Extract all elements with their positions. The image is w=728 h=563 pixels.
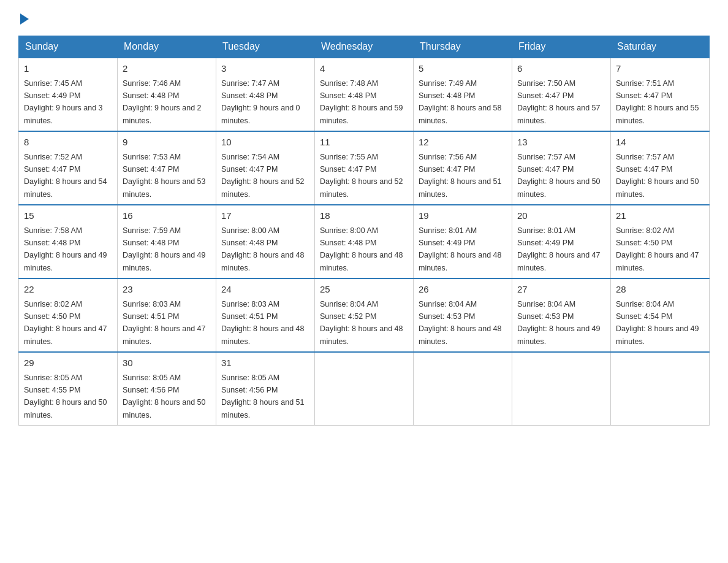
calendar-week-3: 15Sunrise: 7:58 AMSunset: 4:48 PMDayligh… bbox=[19, 205, 710, 278]
calendar-cell: 11Sunrise: 7:55 AMSunset: 4:47 PMDayligh… bbox=[315, 131, 414, 205]
day-number: 11 bbox=[320, 136, 408, 150]
day-number: 5 bbox=[419, 62, 507, 76]
calendar-week-4: 22Sunrise: 8:02 AMSunset: 4:50 PMDayligh… bbox=[19, 278, 710, 352]
day-number: 2 bbox=[123, 62, 211, 76]
calendar-cell: 29Sunrise: 8:05 AMSunset: 4:55 PMDayligh… bbox=[19, 352, 118, 426]
day-number: 31 bbox=[221, 356, 309, 370]
day-info: Sunrise: 7:57 AMSunset: 4:47 PMDaylight:… bbox=[517, 153, 601, 199]
day-number: 15 bbox=[24, 209, 112, 223]
day-number: 28 bbox=[616, 283, 704, 297]
day-number: 12 bbox=[419, 136, 507, 150]
calendar-table: SundayMondayTuesdayWednesdayThursdayFrid… bbox=[18, 36, 710, 426]
day-info: Sunrise: 8:04 AMSunset: 4:52 PMDaylight:… bbox=[320, 300, 403, 346]
day-info: Sunrise: 8:02 AMSunset: 4:50 PMDaylight:… bbox=[616, 226, 699, 272]
day-info: Sunrise: 8:01 AMSunset: 4:49 PMDaylight:… bbox=[517, 226, 601, 272]
calendar-week-2: 8Sunrise: 7:52 AMSunset: 4:47 PMDaylight… bbox=[19, 131, 710, 205]
day-number: 18 bbox=[320, 209, 408, 223]
calendar-cell: 9Sunrise: 7:53 AMSunset: 4:47 PMDaylight… bbox=[118, 131, 216, 205]
calendar-body: 1Sunrise: 7:45 AMSunset: 4:49 PMDaylight… bbox=[19, 58, 710, 426]
calendar-cell: 28Sunrise: 8:04 AMSunset: 4:54 PMDayligh… bbox=[611, 278, 710, 352]
day-number: 25 bbox=[320, 283, 408, 297]
calendar-cell: 21Sunrise: 8:02 AMSunset: 4:50 PMDayligh… bbox=[611, 205, 710, 278]
day-number: 23 bbox=[123, 283, 211, 297]
day-number: 29 bbox=[24, 356, 112, 370]
day-info: Sunrise: 8:00 AMSunset: 4:48 PMDaylight:… bbox=[221, 226, 305, 272]
day-info: Sunrise: 7:54 AMSunset: 4:47 PMDaylight:… bbox=[221, 153, 305, 199]
calendar-week-1: 1Sunrise: 7:45 AMSunset: 4:49 PMDaylight… bbox=[19, 58, 710, 131]
calendar-cell: 18Sunrise: 8:00 AMSunset: 4:48 PMDayligh… bbox=[315, 205, 414, 278]
calendar-cell: 1Sunrise: 7:45 AMSunset: 4:49 PMDaylight… bbox=[19, 58, 118, 131]
day-info: Sunrise: 8:04 AMSunset: 4:53 PMDaylight:… bbox=[517, 300, 601, 346]
day-number: 9 bbox=[123, 136, 211, 150]
day-number: 10 bbox=[221, 136, 309, 150]
calendar-cell: 22Sunrise: 8:02 AMSunset: 4:50 PMDayligh… bbox=[19, 278, 118, 352]
calendar-cell: 5Sunrise: 7:49 AMSunset: 4:48 PMDaylight… bbox=[414, 58, 512, 131]
day-number: 16 bbox=[123, 209, 211, 223]
calendar-cell: 15Sunrise: 7:58 AMSunset: 4:48 PMDayligh… bbox=[19, 205, 118, 278]
day-number: 17 bbox=[221, 209, 309, 223]
day-info: Sunrise: 7:49 AMSunset: 4:48 PMDaylight:… bbox=[419, 79, 502, 125]
day-info: Sunrise: 8:00 AMSunset: 4:48 PMDaylight:… bbox=[320, 226, 403, 272]
day-number: 24 bbox=[221, 283, 309, 297]
day-number: 22 bbox=[24, 283, 112, 297]
day-info: Sunrise: 8:01 AMSunset: 4:49 PMDaylight:… bbox=[419, 226, 502, 272]
calendar-cell: 20Sunrise: 8:01 AMSunset: 4:49 PMDayligh… bbox=[512, 205, 611, 278]
day-info: Sunrise: 8:03 AMSunset: 4:51 PMDaylight:… bbox=[123, 300, 206, 346]
column-header-saturday: Saturday bbox=[611, 36, 710, 58]
day-info: Sunrise: 8:02 AMSunset: 4:50 PMDaylight:… bbox=[24, 300, 107, 346]
day-number: 27 bbox=[517, 283, 605, 297]
column-header-friday: Friday bbox=[512, 36, 611, 58]
column-header-tuesday: Tuesday bbox=[216, 36, 315, 58]
day-info: Sunrise: 7:56 AMSunset: 4:47 PMDaylight:… bbox=[419, 153, 502, 199]
day-info: Sunrise: 7:58 AMSunset: 4:48 PMDaylight:… bbox=[24, 226, 107, 272]
calendar-cell: 6Sunrise: 7:50 AMSunset: 4:47 PMDaylight… bbox=[512, 58, 611, 131]
day-info: Sunrise: 7:51 AMSunset: 4:47 PMDaylight:… bbox=[616, 79, 699, 125]
calendar-cell: 31Sunrise: 8:05 AMSunset: 4:56 PMDayligh… bbox=[216, 352, 315, 426]
calendar-cell: 30Sunrise: 8:05 AMSunset: 4:56 PMDayligh… bbox=[118, 352, 216, 426]
calendar-cell: 19Sunrise: 8:01 AMSunset: 4:49 PMDayligh… bbox=[414, 205, 512, 278]
day-number: 14 bbox=[616, 136, 704, 150]
day-info: Sunrise: 7:50 AMSunset: 4:47 PMDaylight:… bbox=[517, 79, 601, 125]
day-info: Sunrise: 7:45 AMSunset: 4:49 PMDaylight:… bbox=[24, 79, 103, 125]
day-number: 19 bbox=[419, 209, 507, 223]
day-info: Sunrise: 7:55 AMSunset: 4:47 PMDaylight:… bbox=[320, 153, 403, 199]
calendar-cell: 24Sunrise: 8:03 AMSunset: 4:51 PMDayligh… bbox=[216, 278, 315, 352]
column-header-sunday: Sunday bbox=[19, 36, 118, 58]
calendar-cell: 14Sunrise: 7:57 AMSunset: 4:47 PMDayligh… bbox=[611, 131, 710, 205]
day-number: 30 bbox=[123, 356, 211, 370]
day-info: Sunrise: 8:05 AMSunset: 4:56 PMDaylight:… bbox=[123, 373, 206, 419]
column-header-monday: Monday bbox=[118, 36, 216, 58]
day-number: 6 bbox=[517, 62, 605, 76]
calendar-week-5: 29Sunrise: 8:05 AMSunset: 4:55 PMDayligh… bbox=[19, 352, 710, 426]
calendar-cell: 4Sunrise: 7:48 AMSunset: 4:48 PMDaylight… bbox=[315, 58, 414, 131]
calendar-cell: 12Sunrise: 7:56 AMSunset: 4:47 PMDayligh… bbox=[414, 131, 512, 205]
logo-arrow-icon bbox=[20, 13, 29, 25]
day-info: Sunrise: 8:05 AMSunset: 4:55 PMDaylight:… bbox=[24, 373, 107, 419]
day-info: Sunrise: 8:05 AMSunset: 4:56 PMDaylight:… bbox=[221, 373, 305, 419]
calendar-cell: 7Sunrise: 7:51 AMSunset: 4:47 PMDaylight… bbox=[611, 58, 710, 131]
calendar-cell: 27Sunrise: 8:04 AMSunset: 4:53 PMDayligh… bbox=[512, 278, 611, 352]
logo bbox=[18, 12, 29, 25]
day-number: 26 bbox=[419, 283, 507, 297]
day-info: Sunrise: 7:48 AMSunset: 4:48 PMDaylight:… bbox=[320, 79, 403, 125]
calendar-cell: 25Sunrise: 8:04 AMSunset: 4:52 PMDayligh… bbox=[315, 278, 414, 352]
calendar-cell bbox=[512, 352, 611, 426]
calendar-cell bbox=[611, 352, 710, 426]
day-info: Sunrise: 7:57 AMSunset: 4:47 PMDaylight:… bbox=[616, 153, 699, 199]
day-number: 13 bbox=[517, 136, 605, 150]
calendar-cell: 10Sunrise: 7:54 AMSunset: 4:47 PMDayligh… bbox=[216, 131, 315, 205]
column-header-wednesday: Wednesday bbox=[315, 36, 414, 58]
calendar-cell: 13Sunrise: 7:57 AMSunset: 4:47 PMDayligh… bbox=[512, 131, 611, 205]
day-number: 21 bbox=[616, 209, 704, 223]
day-number: 1 bbox=[24, 62, 112, 76]
calendar-cell: 17Sunrise: 8:00 AMSunset: 4:48 PMDayligh… bbox=[216, 205, 315, 278]
day-number: 3 bbox=[221, 62, 309, 76]
day-number: 7 bbox=[616, 62, 704, 76]
day-info: Sunrise: 8:04 AMSunset: 4:53 PMDaylight:… bbox=[419, 300, 502, 346]
day-info: Sunrise: 7:46 AMSunset: 4:48 PMDaylight:… bbox=[123, 79, 202, 125]
day-number: 8 bbox=[24, 136, 112, 150]
day-info: Sunrise: 7:47 AMSunset: 4:48 PMDaylight:… bbox=[221, 79, 300, 125]
calendar-cell: 3Sunrise: 7:47 AMSunset: 4:48 PMDaylight… bbox=[216, 58, 315, 131]
calendar-cell: 8Sunrise: 7:52 AMSunset: 4:47 PMDaylight… bbox=[19, 131, 118, 205]
calendar-cell: 2Sunrise: 7:46 AMSunset: 4:48 PMDaylight… bbox=[118, 58, 216, 131]
